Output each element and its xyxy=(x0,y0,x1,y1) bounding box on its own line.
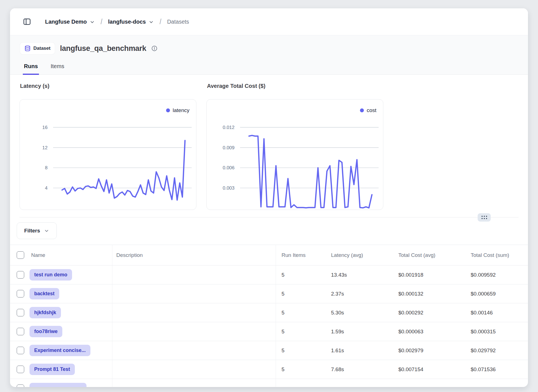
row-checkbox[interactable] xyxy=(17,271,24,279)
total-cost-sum-cell xyxy=(465,379,528,387)
breadcrumb-separator: / xyxy=(160,18,161,26)
total-cost-sum-cell: $0.000659 xyxy=(465,284,528,303)
runs-table: Name Description Run Items Latency (avg)… xyxy=(10,245,528,387)
cost-chart[interactable]: cost 0.0120.0090.0060.003 xyxy=(206,99,383,210)
column-header-name: Name xyxy=(28,245,112,265)
select-all-checkbox[interactable] xyxy=(17,251,24,259)
tab-runs[interactable]: Runs xyxy=(23,63,39,75)
table-row[interactable]: Prompt 81 Test 5 7.68s $0.007154 $0.0715… xyxy=(10,360,528,379)
charts-section: Latency (s) latency 161284 Average Total… xyxy=(10,75,528,217)
column-header-total-cost-sum: Total Cost (sum) xyxy=(465,245,528,265)
svg-text:0.012: 0.012 xyxy=(223,125,235,130)
description-cell xyxy=(112,360,276,379)
panel-left-icon xyxy=(23,18,31,26)
breadcrumb-project[interactable]: langfuse-docs xyxy=(108,19,154,25)
total-cost-avg-cell: $0.001918 xyxy=(393,266,465,284)
run-name-badge[interactable]: hjkfdshjk xyxy=(29,307,61,318)
svg-text:16: 16 xyxy=(42,125,48,130)
table-row[interactable]: foo78riwe 5 1.59s $0.000063 $0.000315 xyxy=(10,322,528,341)
row-checkbox[interactable] xyxy=(17,328,24,335)
total-cost-sum-cell: $0.00146 xyxy=(465,303,528,322)
description-cell xyxy=(112,284,276,303)
run-name-badge[interactable]: Experiment concise... xyxy=(29,345,90,356)
cost-chart-block: Average Total Cost ($) cost 0.0120.0090.… xyxy=(206,83,383,210)
breadcrumb-separator: / xyxy=(101,18,102,26)
latency-chart[interactable]: latency 161284 xyxy=(19,99,196,210)
latency-avg-cell: 1.59s xyxy=(325,322,393,341)
total-cost-avg-cell xyxy=(393,379,465,387)
latency-avg-cell: 1.61s xyxy=(325,341,393,360)
latency-avg-cell: 2.37s xyxy=(325,284,393,303)
svg-text:0.006: 0.006 xyxy=(223,165,235,170)
description-cell xyxy=(112,266,276,284)
dataset-header: Dataset langfuse_qa_benchmark Runs Items xyxy=(10,35,528,75)
row-checkbox[interactable] xyxy=(17,347,24,354)
table-body: test run demo 5 13.43s $0.001918 $0.0095… xyxy=(10,266,528,387)
filters-button[interactable]: Filters xyxy=(17,222,57,239)
breadcrumb-project-label: langfuse-docs xyxy=(108,19,146,25)
chevron-down-icon xyxy=(149,19,154,25)
sidebar-toggle-button[interactable] xyxy=(21,16,33,28)
svg-text:4: 4 xyxy=(45,185,48,191)
chevron-down-icon xyxy=(90,19,95,25)
row-checkbox[interactable] xyxy=(17,290,24,297)
run-name-badge[interactable]: backtest xyxy=(29,288,59,299)
table-row[interactable]: test run demo 5 13.43s $0.001918 $0.0095… xyxy=(10,266,528,284)
table-row[interactable] xyxy=(10,379,528,387)
run-name-badge[interactable]: Prompt 81 Test xyxy=(29,364,75,375)
run-items-cell: 5 xyxy=(276,341,325,360)
total-cost-sum-cell: $0.000315 xyxy=(465,322,528,341)
total-cost-avg-cell: $0.002979 xyxy=(393,341,465,360)
run-name-badge[interactable]: test run demo xyxy=(29,269,72,281)
filters-row: Filters xyxy=(10,217,528,245)
total-cost-sum-cell: $0.029792 xyxy=(465,341,528,360)
svg-text:0.003: 0.003 xyxy=(223,185,235,191)
description-cell xyxy=(112,379,276,387)
info-icon[interactable] xyxy=(151,45,157,51)
description-cell xyxy=(112,341,276,360)
cost-chart-title: Average Total Cost ($) xyxy=(207,83,383,89)
column-header-total-cost-avg: Total Cost (avg) xyxy=(393,245,465,265)
latency-chart-block: Latency (s) latency 161284 xyxy=(19,83,196,210)
run-items-cell: 5 xyxy=(276,303,325,322)
column-header-run-items: Run Items xyxy=(276,245,325,265)
page-title: langfuse_qa_benchmark xyxy=(60,44,146,53)
breadcrumb-org-label: Langfuse Demo xyxy=(45,19,87,25)
run-items-cell: 5 xyxy=(276,284,325,303)
svg-text:8: 8 xyxy=(45,165,48,170)
breadcrumb: Langfuse Demo / langfuse-docs / Datasets xyxy=(10,8,528,35)
breadcrumb-org[interactable]: Langfuse Demo xyxy=(45,19,95,25)
column-header-latency-avg: Latency (avg) xyxy=(325,245,393,265)
tab-items[interactable]: Items xyxy=(50,63,65,75)
description-cell xyxy=(112,322,276,341)
dataset-badge-label: Dataset xyxy=(33,46,50,51)
run-items-cell: 5 xyxy=(276,360,325,379)
grip-dots-icon xyxy=(482,216,487,219)
chevron-down-icon xyxy=(44,228,49,234)
latency-avg-cell: 13.43s xyxy=(325,266,393,284)
total-cost-avg-cell: $0.000063 xyxy=(393,322,465,341)
total-cost-avg-cell: $0.007154 xyxy=(393,360,465,379)
run-name-badge[interactable]: foo78riwe xyxy=(29,326,62,337)
total-cost-sum-cell: $0.071536 xyxy=(465,360,528,379)
svg-text:0.009: 0.009 xyxy=(223,145,235,150)
table-row[interactable]: Experiment concise... 5 1.61s $0.002979 … xyxy=(10,341,528,360)
breadcrumb-section[interactable]: Datasets xyxy=(167,19,189,25)
panel-divider xyxy=(19,217,519,217)
run-name-badge[interactable] xyxy=(29,383,87,387)
latency-avg-cell: 7.68s xyxy=(325,360,393,379)
svg-text:12: 12 xyxy=(42,145,48,150)
row-checkbox[interactable] xyxy=(17,384,24,387)
filters-button-label: Filters xyxy=(24,228,40,234)
row-checkbox[interactable] xyxy=(17,309,24,316)
description-cell xyxy=(112,303,276,322)
main-window: Langfuse Demo / langfuse-docs / Datasets… xyxy=(10,8,528,387)
database-icon xyxy=(24,45,31,51)
run-items-cell: 5 xyxy=(276,322,325,341)
panel-resize-handle[interactable] xyxy=(478,213,491,222)
table-row[interactable]: backtest 5 2.37s $0.000132 $0.000659 xyxy=(10,284,528,303)
dataset-type-badge: Dataset xyxy=(20,43,55,54)
table-row[interactable]: hjkfdshjk 5 5.30s $0.000292 $0.00146 xyxy=(10,303,528,322)
row-checkbox[interactable] xyxy=(17,366,24,373)
run-items-cell: 5 xyxy=(276,266,325,284)
